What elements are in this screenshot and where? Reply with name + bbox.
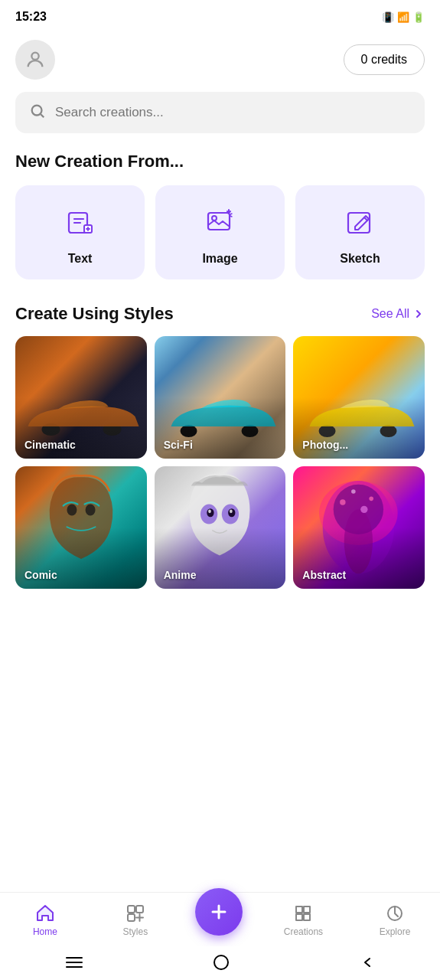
photo-car [297,391,422,437]
see-all-button[interactable]: See All [371,307,425,321]
text-card-label: Text [68,252,93,266]
user-icon [24,49,46,70]
new-creation-header: New Creation From... [0,152,440,185]
cinematic-label: Cinematic [24,439,76,451]
nav-creations-label: Creations [284,926,323,937]
nav-explore[interactable]: Explore [364,900,425,940]
anime-label: Anime [164,569,197,581]
search-icon [29,103,46,122]
svg-point-9 [180,425,197,437]
battery-icon: 🔋 [412,11,425,23]
svg-rect-4 [208,213,230,230]
nav-creations[interactable]: Creations [272,900,335,940]
search-input[interactable] [55,105,411,120]
scifi-label: Sci-Fi [164,439,193,451]
styles-header: Create Using Styles See All [0,304,440,336]
plus-icon [207,900,231,924]
style-card-abstract[interactable]: Abstract [293,466,425,589]
creation-card-sketch[interactable]: Sketch [295,185,425,279]
status-icons: 📳 📶 🔋 [382,11,425,23]
new-creation-title: New Creation From... [15,152,425,172]
creation-cards-container: Text Image [0,185,440,304]
back-button[interactable] [353,948,382,979]
signal-icon: 📳 [382,11,394,23]
abstract-label: Abstract [302,569,346,581]
nav-styles-label: Styles [123,926,148,937]
svg-rect-31 [128,914,135,921]
anime-face [168,470,272,570]
svg-point-25 [340,499,345,505]
style-card-scifi[interactable]: Sci-Fi [155,336,286,459]
menu-button[interactable] [59,949,90,978]
nav-styles[interactable]: Styles [105,900,166,940]
comic-face [28,470,133,570]
bottom-nav: Home Styles Creations Explore [0,892,440,946]
fab-create-button[interactable] [195,888,243,936]
see-all-label: See All [371,307,409,321]
nav-home[interactable]: Home [15,900,76,940]
creation-card-text[interactable]: Text [15,185,145,279]
svg-point-19 [209,510,212,514]
back-arrow-icon [359,954,376,971]
svg-rect-30 [136,906,143,913]
home-system-button[interactable] [207,948,236,979]
creations-icon [293,903,313,923]
image-card-icon [204,207,236,241]
svg-point-27 [351,489,356,494]
svg-point-10 [241,425,258,437]
circle-icon [213,954,230,971]
svg-point-28 [360,506,367,513]
style-card-comic[interactable]: Comic [15,466,147,589]
svg-point-33 [214,956,228,969]
scifi-car [158,391,283,437]
cinematic-car [19,390,144,436]
avatar-button[interactable] [15,40,55,80]
styles-icon [125,903,145,923]
svg-rect-29 [128,906,135,913]
hamburger-icon [65,956,83,969]
home-icon [35,903,55,923]
nav-explore-label: Explore [380,926,411,937]
credits-button[interactable]: 0 credits [344,44,425,75]
photo-label: Photog... [302,439,348,451]
svg-point-24 [344,509,373,573]
image-card-label: Image [202,252,237,266]
header: 0 credits [0,34,440,92]
sketch-card-icon [344,207,376,241]
svg-point-1 [32,106,42,116]
style-card-anime[interactable]: Anime [155,466,286,589]
status-bar: 15:23 📳 📶 🔋 [0,0,440,34]
nav-home-label: Home [33,926,57,937]
svg-point-13 [67,505,77,516]
styles-title: Create Using Styles [15,304,174,324]
system-bar [0,946,440,980]
svg-point-20 [230,510,233,514]
style-card-cinematic[interactable]: Cinematic [15,336,147,459]
chevron-right-icon [412,308,425,320]
abstract-shape [293,470,425,577]
search-container [0,92,440,152]
creation-card-image[interactable]: Image [155,185,285,279]
style-card-photo[interactable]: Photog... [293,336,425,459]
svg-point-0 [31,53,38,60]
svg-point-14 [85,505,95,516]
status-time: 15:23 [15,10,47,24]
svg-point-11 [319,425,336,437]
sketch-card-label: Sketch [340,252,380,266]
svg-point-8 [103,423,122,436]
svg-point-7 [42,423,60,436]
svg-point-12 [380,425,397,437]
styles-grid: Cinematic Sci-Fi [0,336,440,589]
search-bar [15,92,425,133]
text-card-icon [64,207,96,241]
explore-icon [385,903,405,923]
comic-label: Comic [24,569,57,581]
network-icon: 📶 [397,11,409,23]
svg-point-26 [370,497,374,501]
